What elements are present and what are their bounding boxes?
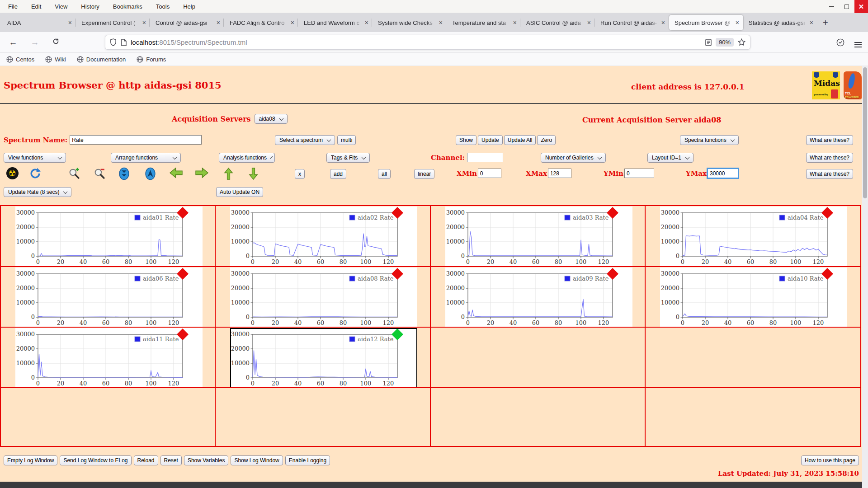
- tcl-powered-logo[interactable]: TCL POWERED: [844, 71, 862, 99]
- tab-close-icon[interactable]: ×: [289, 19, 296, 26]
- analysis-functions-dropdown[interactable]: Analysis functions: [219, 153, 275, 163]
- x-scale-button[interactable]: x: [295, 169, 305, 179]
- new-tab-button[interactable]: +: [817, 18, 834, 28]
- url-bar[interactable]: localhost:8015/Spectrum/Spectrum.tml 90%: [105, 35, 750, 50]
- close-window-button[interactable]: ✕: [854, 0, 868, 13]
- select-spectrum-dropdown[interactable]: Select a spectrum: [275, 135, 335, 145]
- spectrum-chart-aida08[interactable]: 0204060801001200100002000030000aida08 Ra…: [217, 267, 417, 327]
- ymax-input[interactable]: [708, 169, 738, 178]
- menu-history[interactable]: History: [81, 3, 99, 10]
- zoom-out-icon[interactable]: [94, 167, 106, 179]
- spectra-functions-dropdown[interactable]: Spectra functions: [680, 135, 739, 145]
- tab-control-aidas-gsi[interactable]: Control @ aidas-gsi×: [150, 15, 224, 30]
- number-of-galleries-dropdown[interactable]: Number of Galleries: [541, 153, 606, 163]
- spectrum-chart-aida01[interactable]: 0204060801001200100002000030000aida01 Ra…: [2, 206, 203, 266]
- gallery-cell-aida02[interactable]: 0204060801001200100002000030000aida02 Ra…: [216, 206, 430, 267]
- tab-temperature-and-sta[interactable]: Temperature and sta×: [447, 15, 521, 30]
- acquisition-server-select[interactable]: aida08: [255, 114, 288, 124]
- tab-close-icon[interactable]: ×: [67, 19, 73, 26]
- menu-file[interactable]: File: [8, 3, 18, 10]
- all-button[interactable]: all: [378, 169, 391, 179]
- scrollbar-thumb[interactable]: [863, 67, 867, 198]
- gallery-cell-aida01[interactable]: 0204060801001200100002000030000aida01 Ra…: [1, 206, 216, 267]
- menu-hamburger-icon[interactable]: [854, 38, 862, 47]
- bookmark-documentation[interactable]: Documentation: [77, 56, 126, 63]
- minimize-button[interactable]: [824, 0, 839, 13]
- gallery-cell-aida06[interactable]: 0204060801001200100002000030000aida06 Ra…: [1, 267, 216, 328]
- spectrum-chart-aida04[interactable]: 0204060801001200100002000030000aida04 Ra…: [646, 206, 847, 266]
- prev-arrow-icon[interactable]: [169, 167, 183, 178]
- bookmark-wiki[interactable]: Wiki: [45, 56, 66, 63]
- menu-bookmarks[interactable]: Bookmarks: [113, 3, 142, 10]
- show-variables-button[interactable]: Show Variables: [184, 455, 229, 465]
- tags-fits-dropdown[interactable]: Tags & Fits: [326, 153, 370, 163]
- linear-button[interactable]: linear: [414, 169, 434, 179]
- jump-up-icon[interactable]: [145, 167, 156, 180]
- menu-tools[interactable]: Tools: [156, 3, 170, 10]
- xmin-input[interactable]: [478, 169, 501, 178]
- zero-button[interactable]: Zero: [537, 135, 556, 145]
- reader-view-icon[interactable]: [705, 39, 712, 46]
- menu-help[interactable]: Help: [183, 3, 195, 10]
- gallery-cell-aida10[interactable]: 0204060801001200100002000030000aida10 Ra…: [646, 267, 860, 328]
- tab-fadc-align-contro[interactable]: FADC Align & Contro×: [224, 15, 298, 30]
- empty-log-window-button[interactable]: Empty Log Window: [4, 455, 57, 465]
- tab-close-icon[interactable]: ×: [586, 19, 592, 26]
- show-button[interactable]: Show: [456, 135, 476, 145]
- bookmark-star-icon[interactable]: [738, 38, 745, 46]
- xmax-input[interactable]: [548, 169, 571, 178]
- gallery-cell-aida08[interactable]: 0204060801001200100002000030000aida08 Ra…: [216, 267, 430, 328]
- ymin-input[interactable]: [624, 169, 654, 178]
- back-icon[interactable]: ←: [6, 38, 20, 47]
- tab-led-and-waveform-c[interactable]: LED and Waveform c×: [298, 15, 373, 30]
- spectrum-name-input[interactable]: [70, 135, 202, 145]
- spectrum-chart-aida06[interactable]: 0204060801001200100002000030000aida06 Ra…: [2, 267, 203, 327]
- menu-edit[interactable]: Edit: [31, 3, 41, 10]
- tab-run-control-aidas[interactable]: Run Control @ aidas-×: [595, 15, 669, 30]
- page-scrollbar[interactable]: [862, 66, 868, 488]
- up-arrow-icon[interactable]: [223, 167, 234, 180]
- gallery-cell-aida03[interactable]: 0204060801001200100002000030000aida03 Ra…: [431, 206, 646, 267]
- spectrum-chart-aida09[interactable]: 0204060801001200100002000030000aida09 Ra…: [432, 267, 632, 327]
- tab-close-icon[interactable]: ×: [215, 19, 222, 26]
- zoom-level-badge[interactable]: 90%: [716, 38, 734, 47]
- channel-input[interactable]: [467, 153, 503, 162]
- reload-icon[interactable]: [49, 38, 62, 47]
- tab-close-icon[interactable]: ×: [660, 19, 666, 26]
- what-are-these-button-2[interactable]: What are these?: [806, 153, 853, 163]
- enable-logging-button[interactable]: Enable Logging: [285, 455, 330, 465]
- show-log-window-button[interactable]: Show Log Window: [231, 455, 283, 465]
- gallery-cell-aida04[interactable]: 0204060801001200100002000030000aida04 Ra…: [646, 206, 860, 267]
- tab-spectrum-browser[interactable]: Spectrum Browser @×: [669, 15, 743, 30]
- jump-down-icon[interactable]: [118, 167, 130, 180]
- next-arrow-icon[interactable]: [195, 167, 209, 178]
- tab-aida[interactable]: AIDA×: [2, 15, 76, 30]
- tab-statistics-aidas-gsi[interactable]: Statistics @ aidas-gsi×: [743, 15, 817, 30]
- tab-system-wide-checks[interactable]: System wide Checks×: [373, 15, 447, 30]
- tab-close-icon[interactable]: ×: [734, 19, 741, 26]
- layout-id-dropdown[interactable]: Layout ID=1: [647, 153, 693, 163]
- radiation-icon[interactable]: ☢: [6, 167, 19, 179]
- shield-icon[interactable]: [110, 38, 117, 46]
- multi-button[interactable]: multi: [337, 135, 356, 145]
- add-button[interactable]: add: [330, 169, 346, 179]
- arrange-functions-dropdown[interactable]: Arrange functions: [111, 153, 181, 163]
- spectrum-chart-aida10[interactable]: 0204060801001200100002000030000aida10 Ra…: [646, 267, 847, 327]
- spectrum-chart-aida02[interactable]: 0204060801001200100002000030000aida02 Ra…: [217, 206, 417, 266]
- spectrum-chart-aida03[interactable]: 0204060801001200100002000030000aida03 Ra…: [432, 206, 632, 266]
- reset-button[interactable]: Reset: [160, 455, 182, 465]
- update-button[interactable]: Update: [478, 135, 503, 145]
- down-arrow-icon[interactable]: [248, 167, 259, 180]
- gallery-cell-aida09[interactable]: 0204060801001200100002000030000aida09 Ra…: [431, 267, 646, 328]
- tab-asic-control-aida[interactable]: ASIC Control @ aida×: [521, 15, 595, 30]
- bookmark-centos[interactable]: Centos: [6, 56, 34, 63]
- bookmark-forums[interactable]: Forums: [137, 56, 166, 63]
- spectrum-chart-aida12[interactable]: 0204060801001200100002000030000aida12 Ra…: [217, 328, 417, 388]
- tab-close-icon[interactable]: ×: [438, 19, 444, 26]
- tab-experiment-control[interactable]: Experiment Control (×: [76, 15, 150, 30]
- auto-update-button[interactable]: Auto Update ON: [216, 187, 263, 197]
- spectrum-chart-aida11[interactable]: 0204060801001200100002000030000aida11 Ra…: [2, 328, 203, 388]
- zoom-in-icon[interactable]: [68, 167, 80, 179]
- gallery-cell-aida12[interactable]: 0204060801001200100002000030000aida12 Ra…: [216, 328, 430, 388]
- reload-button[interactable]: Reload: [134, 455, 158, 465]
